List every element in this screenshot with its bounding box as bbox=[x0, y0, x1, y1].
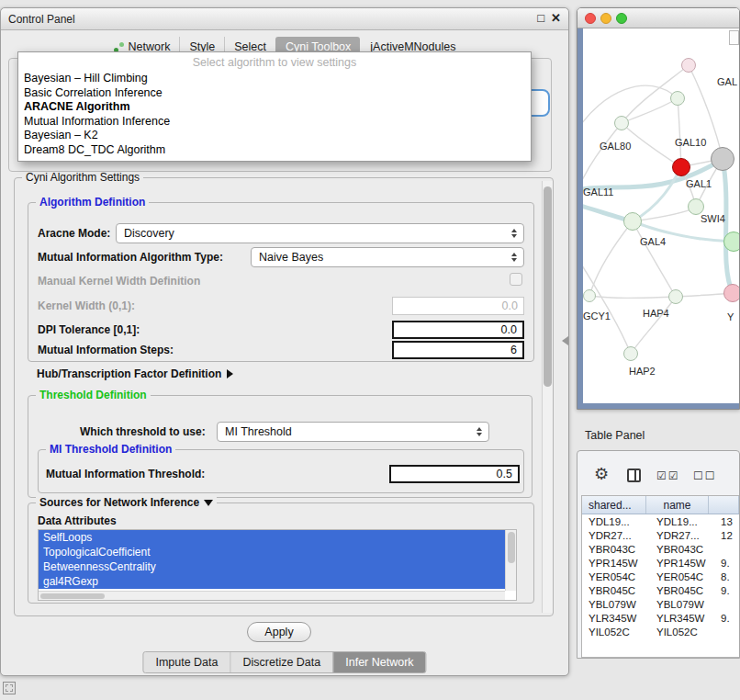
table-row[interactable]: YDL19...YDL19...13 bbox=[582, 514, 739, 528]
list-horizontal-scrollbar[interactable] bbox=[39, 591, 505, 600]
table-cell: YBL079W bbox=[582, 599, 646, 610]
scrollbar-thumb[interactable] bbox=[544, 186, 552, 387]
table-row[interactable]: YBL079WYBL079W bbox=[582, 597, 739, 611]
select-all-checkboxes-icon[interactable]: ☑☑ bbox=[656, 469, 680, 482]
panel-splitter-handle[interactable] bbox=[562, 336, 568, 345]
dpi-tolerance-field[interactable]: 0.0 bbox=[392, 321, 524, 339]
tab-impute-data[interactable]: Impute Data bbox=[143, 652, 230, 672]
kernel-width-field[interactable]: 0.0 bbox=[392, 297, 524, 315]
network-node[interactable] bbox=[623, 346, 638, 361]
threshold-definition-legend: Threshold Definition bbox=[36, 389, 151, 401]
algorithm-popup-item[interactable]: Mutual Information Inference bbox=[18, 115, 531, 130]
column-header-shared-name[interactable]: shared... bbox=[582, 496, 646, 514]
network-node-label: HAP4 bbox=[643, 308, 669, 319]
close-button[interactable] bbox=[585, 13, 596, 24]
mi-type-value: Naive Bayes bbox=[259, 251, 323, 264]
table-row[interactable]: YBR043CYBR043C bbox=[582, 542, 739, 556]
collapse-arrow-icon[interactable] bbox=[204, 500, 213, 506]
network-node[interactable] bbox=[723, 284, 739, 302]
network-node[interactable] bbox=[711, 147, 734, 171]
dpi-tolerance-value: 0.0 bbox=[501, 323, 517, 336]
network-node[interactable] bbox=[623, 212, 642, 231]
mi-steps-label: Mutual Information Steps: bbox=[38, 344, 174, 356]
hub-definition-toggle[interactable]: Hub/Transcription Factor Definition bbox=[37, 367, 233, 380]
aracne-mode-label: Aracne Mode: bbox=[38, 227, 110, 240]
table-cell: YBR043C bbox=[646, 544, 709, 555]
network-node-label: GAL4 bbox=[640, 236, 666, 247]
manual-kernel-checkbox[interactable] bbox=[510, 273, 522, 286]
table-cell: 9. bbox=[709, 585, 739, 596]
deselect-all-checkboxes-icon[interactable]: ☐☐ bbox=[693, 469, 717, 482]
attribute-list-item[interactable]: TopologicalCoefficient bbox=[39, 545, 505, 559]
which-threshold-select[interactable]: MI Threshold bbox=[217, 422, 489, 442]
table-cell: YDL19... bbox=[582, 516, 646, 527]
close-icon[interactable]: ✕ bbox=[551, 11, 561, 25]
gear-icon[interactable]: ⚙ bbox=[594, 464, 609, 484]
restore-icon[interactable]: □ bbox=[537, 11, 544, 25]
attribute-list-item[interactable]: SelfLoops bbox=[39, 530, 505, 545]
data-attributes-list[interactable]: SelfLoopsTopologicalCoefficientBetweenne… bbox=[38, 529, 517, 601]
control-panel-titlebar[interactable]: Control Panel □ ✕ bbox=[1, 8, 568, 30]
table-row[interactable]: YBR045CYBR045C9. bbox=[582, 583, 739, 597]
network-node[interactable] bbox=[614, 116, 629, 130]
table-row[interactable]: YDR27...YDR27...12 bbox=[582, 528, 739, 542]
collapsed-panel-icon[interactable] bbox=[3, 682, 16, 694]
table-cell: 12 bbox=[709, 530, 739, 541]
mi-threshold-field[interactable]: 0.5 bbox=[389, 465, 520, 483]
column-header-extra[interactable] bbox=[709, 496, 739, 514]
columns-icon[interactable] bbox=[627, 469, 641, 482]
tab-infer-network[interactable]: Infer Network bbox=[332, 652, 425, 672]
table-cell: YDR27... bbox=[646, 530, 709, 541]
cyni-settings-legend: Cyni Algorithm Settings bbox=[22, 171, 143, 184]
hub-definition-label: Hub/Transcription Factor Definition bbox=[37, 367, 221, 380]
node-table: shared... name YDL19...YDL19...13YDR27..… bbox=[581, 495, 739, 658]
table-cell: YPR145W bbox=[646, 558, 709, 569]
table-row[interactable]: YPR145WYPR145W9. bbox=[582, 556, 739, 570]
network-view-window: GALGAL80GAL10GAL11GAL1SWI4GAL4GCY1HAP4YH… bbox=[577, 7, 740, 410]
mi-type-select[interactable]: Naive Bayes bbox=[251, 247, 524, 267]
mi-steps-field[interactable]: 6 bbox=[392, 341, 524, 359]
network-node[interactable] bbox=[583, 289, 596, 302]
algorithm-dropdown-popup: Select algorithm to view settings Bayesi… bbox=[17, 51, 532, 162]
zoom-button[interactable] bbox=[616, 13, 627, 24]
scrollbar-thumb[interactable] bbox=[40, 593, 105, 599]
network-window-titlebar[interactable] bbox=[577, 8, 739, 28]
network-scrollbar[interactable] bbox=[729, 30, 739, 45]
cyni-settings-groupbox: Cyni Algorithm Settings Algorithm Defini… bbox=[14, 177, 554, 616]
apply-button[interactable]: Apply bbox=[247, 622, 311, 642]
mi-threshold-groupbox: MI Threshold Definition Mutual Informati… bbox=[38, 449, 524, 493]
table-cell: YIL052C bbox=[582, 627, 646, 638]
table-row[interactable]: YLR345WYLR345W9. bbox=[582, 611, 739, 625]
algorithm-popup-item[interactable]: Basic Correlation Inference bbox=[18, 86, 531, 101]
sources-groupbox: Sources for Network Inference Data Attri… bbox=[28, 502, 534, 604]
column-header-name[interactable]: name bbox=[646, 496, 709, 514]
minimize-button[interactable] bbox=[600, 13, 611, 24]
network-node[interactable] bbox=[681, 58, 696, 73]
attribute-list-item[interactable]: gal4RGexp bbox=[39, 574, 505, 589]
algorithm-popup-item[interactable]: Dream8 DC_TDC Algorithm bbox=[18, 143, 531, 158]
algorithm-popup-item[interactable]: ARACNE Algorithm bbox=[18, 100, 531, 115]
kernel-width-value: 0.0 bbox=[502, 299, 518, 312]
settings-vertical-scrollbar[interactable] bbox=[542, 181, 553, 613]
network-node-label: GAL1 bbox=[686, 178, 712, 189]
network-node[interactable] bbox=[672, 158, 690, 176]
table-panel: ⚙ ☑☑ ☐☐ shared... name YDL19...YDL19...1… bbox=[577, 450, 740, 659]
aracne-mode-select[interactable]: Discovery bbox=[116, 223, 524, 243]
network-canvas[interactable]: GALGAL80GAL10GAL11GAL1SWI4GAL4GCY1HAP4YH… bbox=[577, 28, 739, 409]
table-cell: 9. bbox=[709, 613, 739, 624]
table-cell: 8. bbox=[709, 571, 739, 582]
scrollbar-thumb[interactable] bbox=[508, 532, 515, 563]
list-vertical-scrollbar[interactable] bbox=[505, 530, 516, 591]
sources-legend[interactable]: Sources for Network Inference bbox=[36, 496, 217, 509]
algorithm-popup-item[interactable]: Bayesian – Hill Climbing bbox=[18, 72, 531, 86]
control-panel-window: Control Panel □ ✕ Network Style Select C… bbox=[0, 7, 569, 676]
network-node[interactable] bbox=[668, 289, 683, 304]
network-node[interactable] bbox=[723, 231, 739, 252]
tab-discretize-data[interactable]: Discretize Data bbox=[230, 652, 333, 672]
attribute-list-item[interactable]: BetweennessCentrality bbox=[39, 559, 505, 574]
table-row[interactable]: YER054CYER054C8. bbox=[582, 570, 739, 583]
expand-arrow-icon[interactable] bbox=[227, 369, 233, 378]
algorithm-popup-item[interactable]: Bayesian – K2 bbox=[18, 129, 531, 143]
table-row[interactable]: YIL052CYIL052C bbox=[582, 625, 739, 638]
network-node[interactable] bbox=[670, 91, 685, 106]
